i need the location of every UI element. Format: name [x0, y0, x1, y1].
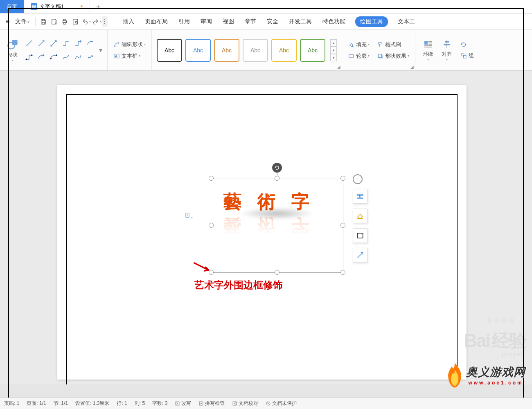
resize-handle[interactable]	[275, 270, 280, 275]
wordart-selection-frame[interactable]: 藝 術 字 藝 術 字	[211, 178, 343, 273]
status-words[interactable]: 字数: 3	[152, 400, 167, 407]
arrange-group: 环绕▾ 对齐▾ 组	[415, 30, 480, 70]
svg-point-11	[50, 58, 52, 59]
shapes-button[interactable]: 形状▾	[3, 32, 22, 68]
resize-handle[interactable]	[340, 176, 345, 181]
line-shape-icon[interactable]	[48, 51, 59, 63]
line-shape-icon[interactable]	[85, 51, 96, 63]
line-shape-icon[interactable]	[73, 37, 83, 49]
tab-chapter[interactable]: 章节	[244, 16, 257, 27]
tab-devtools[interactable]: 开发工具	[288, 16, 313, 27]
svg-text:A: A	[115, 54, 117, 57]
textbox-button[interactable]: A 文本框▾	[112, 52, 147, 61]
resize-handle[interactable]	[340, 270, 345, 275]
shapes-gallery-expand-icon[interactable]: ▾	[97, 32, 104, 68]
tab-document-label: 文字文稿1	[40, 3, 64, 10]
resize-handle[interactable]	[209, 223, 214, 228]
group-button[interactable]: 组	[459, 51, 476, 60]
title-tabs: 首页 W 文字文稿1 • ＋	[0, 0, 532, 13]
tab-review[interactable]: 审阅	[200, 16, 213, 27]
file-menu[interactable]: 文件▾	[12, 18, 33, 25]
shape-style-option[interactable]: Abc	[243, 39, 268, 62]
align-button[interactable]: 对齐▾	[437, 32, 456, 68]
status-spellcheck[interactable]: 拼写检查	[198, 400, 225, 407]
tab-reference[interactable]: 引用	[178, 16, 191, 27]
modified-indicator-icon: •	[80, 2, 83, 11]
line-shape-icon[interactable]	[61, 37, 71, 49]
shape-style-option[interactable]: Abc	[185, 39, 211, 62]
fill-button[interactable]: 填充▾	[346, 40, 371, 49]
line-shape-icon[interactable]	[61, 51, 71, 63]
tab-view[interactable]: 视图	[222, 16, 235, 27]
gallery-scroll-up-icon[interactable]: ▴	[330, 39, 337, 47]
rotate-handle-icon[interactable]	[272, 163, 282, 173]
status-rewrite[interactable]: 改写	[175, 400, 191, 407]
rotate-button[interactable]	[459, 40, 476, 49]
status-col[interactable]: 列: 5	[135, 400, 145, 407]
line-shape-icon[interactable]	[24, 51, 34, 63]
status-page-code[interactable]: 页码: 1	[4, 400, 19, 407]
tab-document[interactable]: W 文字文稿1 •	[24, 0, 90, 13]
line-shape-icon[interactable]	[24, 37, 34, 49]
print-preview-icon[interactable]	[70, 16, 81, 27]
outline-button[interactable]: 轮廓▾	[346, 52, 371, 61]
wrap-button[interactable]: 环绕▾	[419, 32, 437, 68]
svg-rect-25	[359, 195, 361, 198]
qat-customize-icon[interactable]: ⋮	[102, 16, 108, 27]
status-doc-proof[interactable]: 文档校对	[232, 400, 258, 407]
resize-handle[interactable]	[275, 176, 280, 181]
line-shape-icon[interactable]	[85, 37, 96, 49]
gallery-scroll-down-icon[interactable]: ▾	[330, 47, 337, 54]
status-page[interactable]: 页面: 1/1	[27, 400, 46, 407]
outline-options-icon[interactable]	[353, 228, 367, 243]
status-doc-protect[interactable]: 文档未保护	[266, 400, 297, 407]
group-launcher-icon[interactable]: ◢	[337, 65, 340, 69]
line-shape-gallery	[22, 32, 97, 68]
tab-text-tools[interactable]: 文本工	[397, 16, 416, 27]
shape-effect-button[interactable]: 形状效果▾	[375, 52, 411, 61]
line-shape-icon[interactable]	[36, 51, 47, 63]
resize-handle[interactable]	[340, 223, 345, 228]
format-painter-button[interactable]: 格式刷	[375, 40, 411, 49]
svg-rect-4	[63, 22, 66, 24]
tab-security[interactable]: 安全	[266, 16, 279, 27]
line-shape-icon[interactable]	[48, 37, 59, 49]
svg-point-12	[56, 54, 57, 56]
edit-shape-button[interactable]: 编辑形状▾	[112, 40, 147, 49]
tab-home[interactable]: 首页	[0, 0, 24, 13]
status-line[interactable]: 行: 1	[117, 400, 127, 407]
save-as-icon[interactable]	[49, 16, 59, 27]
fill-options-icon[interactable]	[353, 209, 367, 223]
tab-insert[interactable]: 插入	[122, 16, 135, 27]
status-section[interactable]: 节: 1/1	[54, 400, 68, 407]
line-shape-icon[interactable]	[36, 37, 47, 49]
layout-options-icon[interactable]	[353, 189, 367, 204]
group-launcher-icon[interactable]: ◢	[410, 65, 414, 69]
menu-icon[interactable]: ≡	[0, 18, 12, 25]
shape-style-option[interactable]: Abc	[157, 39, 182, 62]
tab-page-layout[interactable]: 页面布局	[144, 16, 169, 27]
document-canvas[interactable]: ▾ 藝 術 字 藝 術 字 −	[0, 71, 532, 384]
effect-options-icon[interactable]	[353, 248, 367, 263]
redo-button[interactable]: ▾	[91, 16, 102, 27]
menubar: ≡ 文件▾ ▾ ▾ ⋮ 插入 页面布局 引用 审阅 视图 章节 安全 开发工具 …	[0, 13, 532, 30]
undo-button[interactable]: ▾	[81, 16, 91, 27]
tab-drawing-tools[interactable]: 绘图工具	[355, 16, 388, 27]
shape-style-option[interactable]: Abc	[271, 39, 297, 62]
resize-handle[interactable]	[209, 176, 214, 181]
status-position[interactable]: 设置值: 1.3厘米	[75, 400, 109, 407]
shape-style-option[interactable]: Abc	[214, 39, 239, 62]
new-tab-button[interactable]: ＋	[90, 0, 106, 13]
save-icon[interactable]	[38, 16, 49, 27]
shape-style-option[interactable]: Abc	[300, 39, 325, 62]
svg-rect-18	[378, 54, 381, 57]
tab-special[interactable]: 特色功能	[322, 16, 346, 27]
gallery-expand-icon[interactable]: ▾	[330, 54, 337, 61]
line-shape-icon[interactable]	[73, 51, 83, 63]
wps-writer-icon: W	[31, 3, 37, 10]
annotation-arrow-icon	[192, 261, 213, 274]
print-icon[interactable]	[59, 16, 70, 27]
paragraph-options-icon[interactable]: ▾	[184, 212, 193, 220]
collapse-toolbar-icon[interactable]: −	[353, 174, 363, 184]
tab-home-label: 首页	[7, 3, 17, 10]
